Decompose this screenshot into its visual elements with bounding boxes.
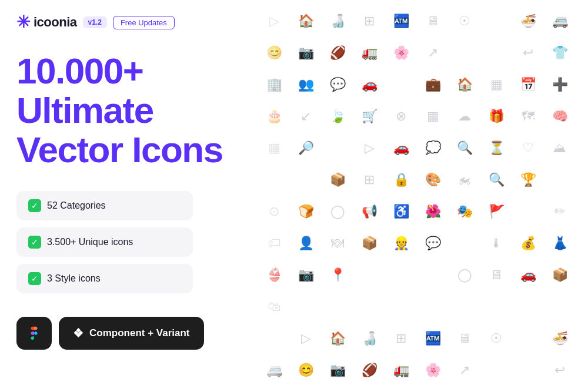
icon-cell: 📍 [322, 260, 353, 290]
icon-cell [417, 292, 448, 322]
icon-cell: 📷 [290, 38, 321, 68]
icon-cell: 🏈 [354, 355, 385, 386]
logo-name: icoonia [34, 15, 77, 30]
icon-cell: 👗 [544, 228, 575, 259]
icon-cell: 💰 [513, 228, 543, 259]
icon-cell: 🎨 [417, 165, 448, 195]
icon-cell [354, 292, 385, 322]
feature-style-text: 3 Style icons [47, 273, 101, 284]
icon-cell [513, 196, 543, 227]
icon-cell: ☉ [449, 6, 480, 36]
icon-cell: ◯ [322, 196, 353, 227]
icon-cell: 👕 [544, 38, 575, 68]
icon-cell: 🚗 [513, 260, 543, 290]
check-icon-unique: ✓ [28, 236, 41, 249]
icon-cell: 📷 [290, 260, 321, 290]
icon-cell: 🖥 [417, 6, 448, 36]
icon-cell: ▷ [290, 323, 321, 354]
icon-cell: 💭 [417, 133, 448, 163]
icon-cell: ⏳ [481, 133, 512, 163]
icon-cell [386, 292, 416, 322]
icon-cell [386, 69, 416, 100]
icon-cell: 🏠 [449, 69, 480, 100]
icon-cell: ♿ [386, 196, 416, 227]
feature-categories-text: 52 Categories [47, 200, 106, 211]
icon-cell: 🛒 [354, 101, 385, 132]
icon-cell: 📦 [322, 165, 353, 195]
icon-cell: ↩ [544, 355, 575, 386]
icon-cell: ☁ [449, 101, 480, 132]
icon-cell: 🎭 [449, 196, 480, 227]
icon-cell [290, 292, 321, 322]
icon-cell: ⊞ [386, 323, 416, 354]
icon-cell [481, 38, 512, 68]
icon-cell: ▷ [354, 133, 385, 163]
icon-cell: 📦 [544, 260, 575, 290]
icon-cell: ⛰ [544, 133, 575, 163]
icon-cell: 🚛 [386, 355, 416, 386]
icon-cell: 👷 [386, 228, 416, 259]
icon-cell [322, 292, 353, 322]
check-icon-categories: ✓ [28, 199, 41, 212]
figma-button[interactable] [16, 317, 52, 350]
icon-cell: 🏠 [322, 323, 353, 354]
feature-unique-text: 3.500+ Unique icons [47, 237, 133, 247]
icon-cell: 👥 [290, 69, 321, 100]
icon-cell: 🔒 [386, 165, 416, 195]
icon-cell [449, 292, 480, 322]
icon-cell: 👤 [290, 228, 321, 259]
icon-cell [513, 323, 543, 354]
icon-cell [417, 260, 448, 290]
icon-cell: 📢 [354, 196, 385, 227]
icon-cell: 🏧 [417, 323, 448, 354]
icon-cell: 🧠 [544, 101, 575, 132]
free-updates-badge: Free Updates [113, 16, 175, 29]
icon-cell: 🏈 [322, 38, 353, 68]
icon-cell: 🔎 [290, 133, 321, 163]
icon-cell [354, 260, 385, 290]
icon-cell: 🌡 [481, 228, 512, 259]
figma-icon [26, 325, 42, 341]
icon-cell: ⊞ [354, 165, 385, 195]
icon-cell: 🏍 [449, 165, 480, 195]
icon-cell [449, 228, 480, 259]
component-variant-button[interactable]: ❖ Component + Variant [59, 317, 204, 350]
icon-cell: 🍜 [544, 323, 575, 354]
icon-cell: ↗ [449, 355, 480, 386]
icon-cell: 🏧 [386, 6, 416, 36]
icon-cell [544, 165, 575, 195]
icon-cell: 🔍 [481, 165, 512, 195]
icon-cell [481, 292, 512, 322]
icon-cell: 🗺 [513, 101, 543, 132]
icon-cell: 🚐 [544, 6, 575, 36]
icon-cell: 🏆 [513, 165, 543, 195]
icon-cell [481, 355, 512, 386]
icon-cell: 💬 [322, 69, 353, 100]
icon-cell: ♡ [513, 133, 543, 163]
icon-cell: 📷 [322, 355, 353, 386]
icon-cell: ✏ [544, 196, 575, 227]
icon-cell: 🎁 [481, 101, 512, 132]
icon-grid: ▷🏠🍶⊞🏧🖥☉🍜🚐😊📷🏈🚛🌸↗↩👕🏢👥💬🚗💼🏠▦📅➕🎂↙🍃🛒⊗▦☁🎁🗺🧠▦🔎▷🚗… [253, 0, 588, 392]
icon-cell: 🖥 [481, 260, 512, 290]
icon-cell: 🖥 [449, 323, 480, 354]
icon-cell: 🔍 [449, 133, 480, 163]
icon-cell: 🍜 [513, 6, 543, 36]
feature-categories: ✓ 52 Categories [16, 191, 193, 220]
logo: ✳ icoonia [16, 14, 77, 31]
header: ✳ icoonia v1.2 Free Updates [16, 14, 260, 31]
icon-cell: ↗ [417, 38, 448, 68]
version-badge: v1.2 [83, 16, 107, 28]
icon-cell: 🚛 [354, 38, 385, 68]
icon-cell: ◯ [449, 260, 480, 290]
icon-cell: 🍽 [322, 228, 353, 259]
icon-cell: ➕ [544, 69, 575, 100]
icon-cell: ▦ [417, 101, 448, 132]
icon-cell [290, 165, 321, 195]
icon-cell: 🍶 [354, 323, 385, 354]
logo-asterisk-icon: ✳ [16, 14, 30, 31]
component-label: Component + Variant [89, 327, 190, 339]
component-icon: ❖ [73, 326, 83, 340]
icon-cell [513, 292, 543, 322]
icon-cell: 🚗 [386, 133, 416, 163]
